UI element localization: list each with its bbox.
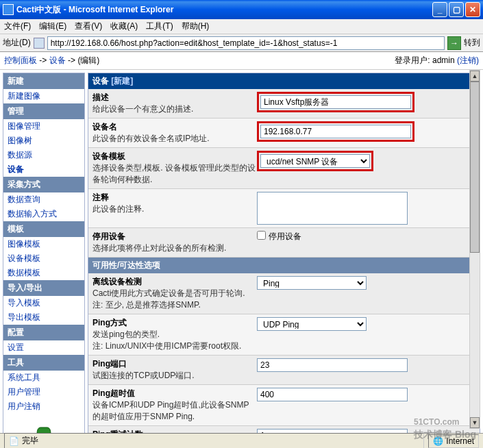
field-label: 设备名此设备的有效设备全名或IP地址. bbox=[92, 121, 257, 145]
sidebar-category: 配置 bbox=[3, 325, 84, 340]
form-row: Ping超时值设备ICMP和UDP Ping超时值,此设备SNMP的超时值应用于… bbox=[88, 385, 480, 426]
field-label: 停用设备选择此项将停止对此设备的所有检测. bbox=[92, 231, 257, 254]
form-row: 离线设备检测Cacti使用此方式确定设备是否可用于轮询. 注: 至少, 总是推荐… bbox=[88, 273, 480, 314]
field-label: 设备模板选择设备类型,模板. 设备模板管理此类型的设备轮询何种数据. bbox=[92, 151, 257, 186]
sidebar-item[interactable]: 设备模板 bbox=[3, 251, 84, 266]
sidebar-item[interactable]: 用户管理 bbox=[3, 385, 84, 399]
text-input[interactable] bbox=[257, 388, 408, 401]
text-input[interactable] bbox=[257, 358, 408, 372]
user-info: 登录用户: admin (注销) bbox=[395, 55, 479, 66]
sidebar-category: 新建 bbox=[3, 73, 84, 89]
text-input[interactable] bbox=[260, 125, 411, 138]
minimize-button[interactable]: _ bbox=[432, 2, 447, 17]
statusbar: 📄 完毕 🌐 Internet bbox=[0, 433, 483, 448]
menu-fav[interactable]: 收藏(A) bbox=[110, 21, 138, 32]
menubar: 文件(F) 编辑(E) 查看(V) 收藏(A) 工具(T) 帮助(H) bbox=[0, 19, 483, 34]
form-row: 注释此设备的注释. bbox=[88, 189, 480, 228]
scroll-down-icon[interactable]: ▼ bbox=[470, 417, 480, 428]
sidebar: 新建新建图像管理图像管理图像树数据源设备采集方式数据查询数据输入方式模板图像模板… bbox=[3, 73, 85, 447]
menu-edit[interactable]: 编辑(E) bbox=[39, 21, 66, 32]
scroll-thumb[interactable] bbox=[470, 82, 480, 253]
window-buttons: _ ▢ ✕ bbox=[432, 2, 480, 17]
sidebar-category: 模板 bbox=[3, 221, 84, 237]
form-row: Ping端口试图连接的TCP或UDP端口. bbox=[88, 356, 480, 385]
sidebar-item[interactable]: 图像树 bbox=[3, 134, 84, 148]
panel-header: 设备 [新建] bbox=[88, 73, 480, 89]
field-control: Ping bbox=[257, 276, 475, 290]
sidebar-category: 工具 bbox=[3, 355, 84, 371]
menu-help[interactable]: 帮助(H) bbox=[182, 21, 210, 32]
select-input[interactable]: UDP Ping bbox=[257, 317, 367, 331]
form-row: 设备名此设备的有效设备全名或IP地址. bbox=[88, 119, 480, 148]
sidebar-item[interactable]: 设置 bbox=[3, 340, 84, 355]
checkbox-input[interactable] bbox=[257, 231, 266, 240]
new-link[interactable]: [新建] bbox=[111, 76, 133, 86]
status-done: 📄 完毕 bbox=[4, 433, 424, 448]
section-availability: 可用性/可达性选项 bbox=[88, 258, 480, 273]
sidebar-item[interactable]: 系统工具 bbox=[3, 371, 84, 385]
user-name: admin bbox=[432, 55, 455, 65]
sidebar-item[interactable]: 数据模板 bbox=[3, 266, 84, 280]
highlight-box: ucd/net SNMP 设备 bbox=[257, 151, 373, 171]
form-row: 停用设备选择此项将停止对此设备的所有检测. 停用设备 bbox=[88, 228, 480, 258]
app-icon bbox=[3, 4, 14, 15]
menu-tools[interactable]: 工具(T) bbox=[146, 21, 173, 32]
breadcrumb-devices[interactable]: 设备 bbox=[49, 55, 66, 65]
close-button[interactable]: ✕ bbox=[465, 2, 480, 17]
select-input[interactable]: ucd/net SNMP 设备 bbox=[260, 154, 370, 168]
address-label: 地址(D) bbox=[3, 37, 31, 49]
menu-view[interactable]: 查看(V) bbox=[75, 21, 102, 32]
field-control: UDP Ping bbox=[257, 317, 475, 331]
breadcrumb-edit: (编辑) bbox=[77, 55, 99, 65]
sidebar-category: 采集方式 bbox=[3, 177, 84, 192]
go-button[interactable]: → bbox=[447, 36, 461, 50]
sidebar-item[interactable]: 新建图像 bbox=[3, 89, 84, 103]
field-label: 描述给此设备一个有意义的描述. bbox=[92, 92, 257, 115]
sidebar-item[interactable]: 数据查询 bbox=[3, 192, 84, 207]
menu-file[interactable]: 文件(F) bbox=[4, 21, 31, 32]
sidebar-item[interactable]: 图像管理 bbox=[3, 119, 84, 134]
field-control bbox=[257, 92, 475, 112]
breadcrumb-console[interactable]: 控制面板 bbox=[4, 55, 37, 65]
highlight-box bbox=[257, 121, 414, 142]
breadcrumb-path: 控制面板 -> 设备 -> (编辑) bbox=[4, 55, 395, 66]
field-label: Ping方式发送ping包的类型. 注: Linux/UNIX中使用ICMP需要… bbox=[92, 317, 257, 352]
window-titlebar: Cacti中文版 - Microsoft Internet Explorer _… bbox=[0, 0, 483, 19]
checkbox-label: 停用设备 bbox=[269, 231, 301, 242]
sidebar-item[interactable]: 数据输入方式 bbox=[3, 207, 84, 221]
form-row: Ping方式发送ping包的类型. 注: Linux/UNIX中使用ICMP需要… bbox=[88, 314, 480, 356]
logout-link[interactable]: (注销) bbox=[457, 55, 479, 65]
sidebar-item[interactable]: 图像模板 bbox=[3, 237, 84, 251]
field-label: Ping端口试图连接的TCP或UDP端口. bbox=[92, 358, 257, 382]
sidebar-item[interactable]: 用户注销 bbox=[3, 399, 84, 414]
field-control bbox=[257, 192, 475, 225]
sidebar-category: 管理 bbox=[3, 103, 84, 119]
field-label: Ping超时值设备ICMP和UDP Ping超时值,此设备SNMP的超时值应用于… bbox=[92, 388, 257, 423]
field-label: 离线设备检测Cacti使用此方式确定设备是否可用于轮询. 注: 至少, 总是推荐… bbox=[92, 276, 257, 311]
form-row: 设备模板选择设备类型,模板. 设备模板管理此类型的设备轮询何种数据.ucd/ne… bbox=[88, 148, 480, 189]
main-panel: 设备 [新建] 描述给此设备一个有意义的描述.设备名此设备的有效设备全名或IP地… bbox=[88, 73, 480, 447]
form-row: 描述给此设备一个有意义的描述. bbox=[88, 89, 480, 119]
address-input[interactable] bbox=[47, 36, 445, 50]
field-control bbox=[257, 121, 475, 142]
sidebar-item[interactable]: 数据源 bbox=[3, 148, 84, 162]
page-icon bbox=[34, 38, 45, 49]
highlight-box bbox=[257, 92, 414, 112]
address-bar: 地址(D) → 转到 bbox=[0, 34, 483, 52]
sidebar-item[interactable]: 导入模板 bbox=[3, 296, 84, 310]
sidebar-item[interactable]: 导出模板 bbox=[3, 310, 84, 325]
scroll-up-icon[interactable]: ▲ bbox=[470, 71, 480, 82]
status-zone: 🌐 Internet bbox=[428, 434, 479, 448]
scrollbar[interactable]: ▲ ▼ bbox=[469, 70, 480, 429]
maximize-button[interactable]: ▢ bbox=[449, 2, 464, 17]
select-input[interactable]: Ping bbox=[257, 276, 367, 290]
sidebar-item[interactable]: 设备 bbox=[3, 162, 84, 177]
text-input[interactable] bbox=[260, 95, 411, 109]
textarea-input[interactable] bbox=[257, 192, 408, 225]
breadcrumb: 控制面板 -> 设备 -> (编辑) 登录用户: admin (注销) bbox=[0, 52, 483, 70]
field-label: 注释此设备的注释. bbox=[92, 192, 257, 215]
sidebar-category: 导入/导出 bbox=[3, 280, 84, 296]
go-label: 转到 bbox=[464, 37, 480, 49]
field-control: ucd/net SNMP 设备 bbox=[257, 151, 475, 171]
field-control: 停用设备 bbox=[257, 231, 475, 242]
